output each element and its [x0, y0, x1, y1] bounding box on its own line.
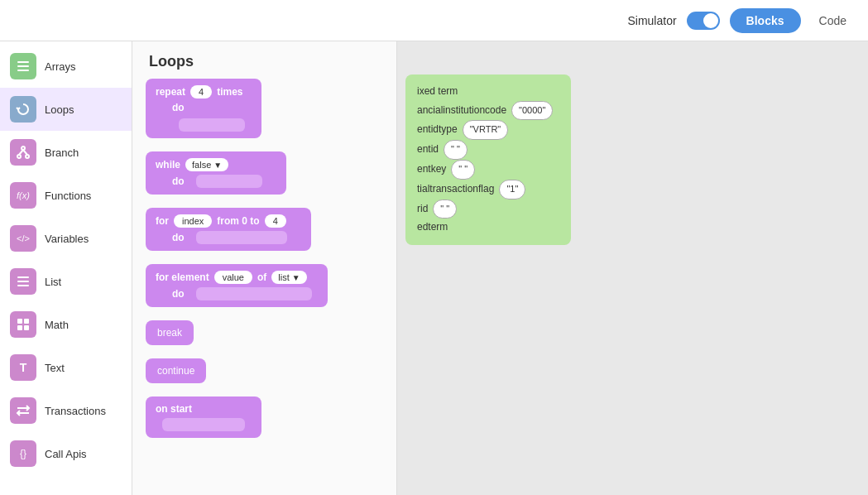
svg-rect-8 — [17, 276, 29, 278]
for-element-do-body — [196, 287, 312, 300]
list-label: List — [45, 276, 61, 288]
canvas-field-row-2: entidtype "VRTR" — [417, 120, 559, 140]
canvas-field-row-6: rid " " — [417, 199, 559, 219]
blocks-panel-title: Loops — [132, 41, 396, 79]
sidebar-item-loops[interactable]: Loops — [0, 88, 132, 131]
svg-rect-2 — [17, 70, 29, 71]
sidebar-item-transactions[interactable]: Transactions — [0, 389, 132, 432]
svg-line-6 — [19, 150, 23, 155]
sidebar-item-branch[interactable]: Branch — [0, 131, 132, 174]
sidebar-item-functions[interactable]: f(x) Functions — [0, 174, 132, 217]
svg-rect-1 — [17, 65, 29, 67]
svg-rect-9 — [17, 281, 29, 282]
loops-label: Loops — [45, 103, 74, 116]
continue-block[interactable]: continue — [146, 358, 206, 383]
sidebar-item-list[interactable]: List — [0, 260, 132, 303]
for-index-do-keyword: do — [172, 232, 185, 243]
transactions-label: Transactions — [45, 405, 106, 417]
on-start-keyword: on start — [156, 403, 192, 415]
sidebar-item-math[interactable]: Math — [0, 303, 132, 346]
while-block[interactable]: while false ▼ do — [146, 151, 286, 195]
for-keyword: for — [156, 215, 169, 227]
repeat-do-keyword: do — [172, 102, 185, 113]
for-element-do-keyword: do — [172, 288, 185, 300]
repeat-times-value[interactable]: 4 — [190, 85, 212, 99]
code-button[interactable]: Code — [811, 8, 855, 33]
for-element-block[interactable]: for element value of list ▼ do — [146, 264, 328, 307]
svg-line-7 — [23, 150, 27, 155]
for-element-keyword: for element — [156, 272, 209, 283]
canvas-field-row-0: ixed term — [417, 83, 559, 101]
functions-label: Functions — [45, 190, 91, 202]
for-index-do-body — [196, 231, 287, 244]
svg-rect-13 — [17, 325, 22, 330]
break-block[interactable]: break — [146, 320, 194, 345]
for-index-block[interactable]: for index from 0 to 4 do — [146, 208, 311, 251]
sidebar-item-text[interactable]: T Text — [0, 346, 132, 389]
repeat-block[interactable]: repeat 4 times do — [146, 79, 261, 138]
variables-icon: </> — [10, 225, 36, 252]
functions-icon: f(x) — [10, 182, 36, 209]
canvas-card: ixed term ancialinstitutioncode "0000" e… — [405, 74, 571, 245]
canvas-field-row-5: tialtransactionflag "1" — [417, 180, 559, 199]
canvas-field-row-1: ancialinstitutioncode "0000" — [417, 101, 559, 121]
arrays-icon — [10, 53, 36, 79]
repeat-keyword: repeat — [156, 86, 185, 98]
for-index-to[interactable]: 4 — [265, 214, 286, 228]
simulator-label: Simulator — [627, 14, 676, 27]
branch-icon — [10, 139, 36, 166]
while-do-keyword: do — [172, 175, 185, 187]
blocks-scroll: repeat 4 times do while false ▼ do — [132, 79, 396, 495]
for-element-list[interactable]: list ▼ — [271, 271, 306, 284]
blocks-button[interactable]: Blocks — [730, 8, 801, 33]
canvas-field-row-3: entid " " — [417, 140, 559, 160]
variables-label: Variables — [45, 233, 89, 245]
text-icon: T — [10, 354, 36, 381]
for-index-var[interactable]: index — [174, 214, 212, 228]
transactions-icon — [10, 397, 36, 424]
sidebar-item-variables[interactable]: </> Variables — [0, 217, 132, 260]
math-label: Math — [45, 319, 69, 331]
svg-rect-11 — [17, 319, 22, 324]
from-text: from 0 to — [217, 215, 259, 227]
canvas[interactable]: ixed term ancialinstitutioncode "0000" e… — [397, 41, 868, 495]
blocks-panel: Loops repeat 4 times do while false ▼ — [132, 41, 397, 495]
continue-keyword: continue — [157, 365, 194, 377]
main-layout: Arrays Loops Branch f(x) Functions </> — [0, 41, 868, 495]
of-keyword: of — [257, 272, 266, 283]
list-icon — [10, 268, 36, 295]
svg-rect-10 — [17, 285, 29, 286]
loops-icon — [10, 96, 36, 123]
sidebar: Arrays Loops Branch f(x) Functions </> — [0, 41, 132, 495]
on-start-block[interactable]: on start — [146, 396, 261, 438]
math-icon — [10, 311, 36, 338]
on-start-body — [162, 418, 245, 431]
toggle-thumb — [703, 13, 718, 28]
canvas-field-row-7: edterm — [417, 219, 559, 237]
sidebar-item-call-apis[interactable]: {} Call Apis — [0, 432, 132, 475]
while-keyword: while — [156, 159, 180, 171]
simulator-toggle[interactable] — [687, 12, 720, 30]
break-keyword: break — [157, 327, 182, 339]
header: Simulator Blocks Code — [0, 0, 868, 41]
sidebar-item-arrays[interactable]: Arrays — [0, 45, 132, 88]
call-apis-icon: {} — [10, 440, 36, 467]
repeat-do-body — [179, 118, 245, 132]
canvas-field-row-4: entkey " " — [417, 160, 559, 180]
svg-rect-12 — [24, 319, 29, 324]
svg-rect-0 — [17, 61, 29, 63]
svg-point-4 — [17, 155, 21, 158]
text-label: Text — [45, 362, 65, 374]
svg-point-3 — [22, 147, 25, 150]
svg-point-5 — [26, 155, 29, 158]
for-element-var[interactable]: value — [214, 271, 252, 284]
branch-label: Branch — [45, 147, 79, 159]
while-do-body — [196, 175, 262, 188]
while-condition[interactable]: false ▼ — [185, 158, 228, 171]
call-apis-label: Call Apis — [45, 448, 87, 460]
svg-rect-14 — [24, 325, 29, 330]
arrays-label: Arrays — [45, 60, 76, 73]
times-keyword: times — [217, 86, 242, 98]
